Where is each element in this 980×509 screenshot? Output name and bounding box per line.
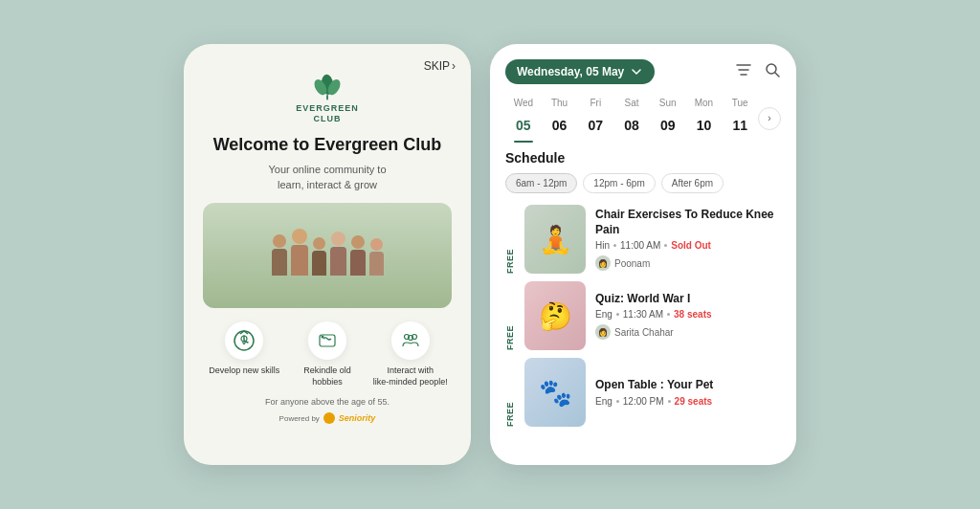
day-name-tue: Tue xyxy=(732,98,748,108)
event-dot-1b xyxy=(664,244,667,247)
day-name-fri: Fri xyxy=(590,98,601,108)
instructor-avatar-2: 👩 xyxy=(595,324,611,340)
event-dot-1 xyxy=(613,244,616,247)
skip-arrow-icon: › xyxy=(452,59,456,73)
event-free-tag-1: FREE xyxy=(505,205,515,274)
event-free-tag-3: FREE xyxy=(505,358,515,427)
time-filters: 6am - 12pm 12pm - 6pm After 6pm xyxy=(505,173,781,193)
logo-area: EVERGREEN CLUB xyxy=(296,73,359,124)
date-badge[interactable]: Wednesday, 05 May xyxy=(505,59,655,84)
time-filter-morning[interactable]: 6am - 12pm xyxy=(505,173,577,193)
features-row: Develop new skills Rekindle oldhobbies xyxy=(203,321,452,387)
event-title-2: Quiz: World War I xyxy=(595,292,781,307)
event-title-1: Chair Exercises To Reduce Knee Pain xyxy=(595,208,781,237)
event-time-2: 11:30 AM xyxy=(623,309,663,320)
event-status-1: Sold Out xyxy=(671,240,711,251)
event-info-1: Chair Exercises To Reduce Knee Pain Hin … xyxy=(595,205,781,274)
day-num-tue: 11 xyxy=(726,112,753,139)
day-tue[interactable]: Tue 11 xyxy=(722,98,758,139)
day-sun[interactable]: Sun 09 xyxy=(650,98,686,139)
event-instructor-2: 👩 Sarita Chahar xyxy=(595,324,781,340)
skip-button[interactable]: SKIP › xyxy=(424,59,456,73)
event-thumb-2: 🤔 xyxy=(524,281,586,350)
date-text: Wednesday, 05 May xyxy=(517,65,624,78)
day-wed[interactable]: Wed 05 xyxy=(505,98,542,139)
day-num-mon: 10 xyxy=(690,112,717,139)
header-icons xyxy=(735,61,781,82)
screens-container: SKIP › EVERGREEN CLUB Welcome to Evergre… xyxy=(184,44,796,465)
event-info-3: Open Table : Your Pet Eng 12:00 PM 29 se… xyxy=(595,358,781,427)
event-status-3: 29 seats xyxy=(675,396,712,407)
day-name-sat: Sat xyxy=(625,98,639,108)
day-thu[interactable]: Thu 06 xyxy=(542,98,578,139)
event-card-1[interactable]: FREE 🧘 Chair Exercises To Reduce Knee Pa… xyxy=(505,205,781,274)
powered-by-label: Powered by xyxy=(279,414,320,423)
day-sat[interactable]: Sat 08 xyxy=(613,98,650,139)
event-thumb-3: 🐾 xyxy=(524,358,586,427)
day-name-wed: Wed xyxy=(514,98,533,108)
event-free-tag-2: FREE xyxy=(505,281,515,350)
day-num-sat: 08 xyxy=(618,112,645,139)
day-num-thu: 06 xyxy=(546,112,573,139)
event-card-2[interactable]: FREE 🤔 Quiz: World War I Eng 11:30 AM 38… xyxy=(505,281,781,350)
chevron-down-icon xyxy=(630,65,643,78)
event-instructor-1: 👩 Poonam xyxy=(595,255,781,271)
events-list: FREE 🧘 Chair Exercises To Reduce Knee Pa… xyxy=(505,205,781,427)
feature-label-hobbies: Rekindle oldhobbies xyxy=(303,365,351,387)
event-title-3: Open Table : Your Pet xyxy=(595,378,781,393)
left-phone-screen: SKIP › EVERGREEN CLUB Welcome to Evergre… xyxy=(184,44,471,465)
feature-item-skills: Develop new skills xyxy=(203,321,286,387)
svg-rect-3 xyxy=(326,95,328,100)
feature-label-skills: Develop new skills xyxy=(209,365,279,377)
time-filter-afternoon[interactable]: 12pm - 6pm xyxy=(583,173,655,193)
calendar-next-button[interactable]: › xyxy=(758,107,781,130)
welcome-subtitle: Your online community tolearn, interact … xyxy=(268,162,386,193)
day-mon[interactable]: Mon 10 xyxy=(686,98,723,139)
welcome-title: Welcome to Evergreen Club xyxy=(213,134,442,156)
event-card-3[interactable]: FREE 🐾 Open Table : Your Pet Eng 12:00 P… xyxy=(505,358,781,427)
day-num-fri: 07 xyxy=(582,112,609,139)
day-name-thu: Thu xyxy=(551,98,568,108)
day-fri[interactable]: Fri 07 xyxy=(577,98,613,139)
event-meta-2: Eng 11:30 AM 38 seats xyxy=(595,309,781,320)
day-num-wed: 05 xyxy=(510,112,537,139)
feature-item-interact: Interact withlike-minded people! xyxy=(368,321,452,387)
day-num-sun: 09 xyxy=(655,112,681,139)
calendar-row: Wed 05 Thu 06 Fri 07 Sat 08 Sun 09 xyxy=(505,98,781,139)
time-filter-evening[interactable]: After 6pm xyxy=(661,173,724,193)
event-status-2: 38 seats xyxy=(674,309,711,320)
event-thumb-1: 🧘 xyxy=(524,205,586,274)
age-note: For anyone above the age of 55. xyxy=(265,397,390,407)
search-icon[interactable] xyxy=(764,61,781,82)
schedule-label: Schedule xyxy=(505,150,781,166)
day-name-sun: Sun xyxy=(659,98,677,108)
instructor-avatar-1: 👩 xyxy=(595,255,611,271)
evergreen-logo-icon xyxy=(310,73,345,103)
event-lang-3: Eng xyxy=(595,396,612,407)
skip-label: SKIP xyxy=(424,59,450,73)
logo-text: EVERGREEN CLUB xyxy=(296,103,359,124)
feature-label-interact: Interact withlike-minded people! xyxy=(373,365,448,387)
event-time-1: 11:00 AM xyxy=(620,240,660,251)
seniority-label: Seniority xyxy=(339,413,376,423)
event-meta-1: Hin 11:00 AM Sold Out xyxy=(595,240,781,251)
skills-icon xyxy=(225,321,263,360)
event-meta-3: Eng 12:00 PM 29 seats xyxy=(595,396,781,407)
right-header: Wednesday, 05 May xyxy=(505,59,781,84)
right-phone-screen: Wednesday, 05 May xyxy=(490,44,796,465)
event-lang-2: Eng xyxy=(595,309,612,320)
event-dot-2 xyxy=(616,313,619,316)
filter-icon[interactable] xyxy=(735,61,752,82)
interact-icon xyxy=(391,321,430,360)
event-dot-2b xyxy=(667,313,670,316)
event-time-3: 12:00 PM xyxy=(623,396,664,407)
feature-item-hobbies: Rekindle oldhobbies xyxy=(286,321,369,387)
day-name-mon: Mon xyxy=(695,98,713,108)
instructor-name-1: Poonam xyxy=(614,258,650,269)
calendar-days: Wed 05 Thu 06 Fri 07 Sat 08 Sun 09 xyxy=(505,98,758,139)
event-info-2: Quiz: World War I Eng 11:30 AM 38 seats … xyxy=(595,281,781,350)
event-dot-3b xyxy=(668,400,671,403)
hobbies-icon xyxy=(308,321,346,360)
event-lang-1: Hin xyxy=(595,240,610,251)
seniority-icon xyxy=(323,412,335,424)
